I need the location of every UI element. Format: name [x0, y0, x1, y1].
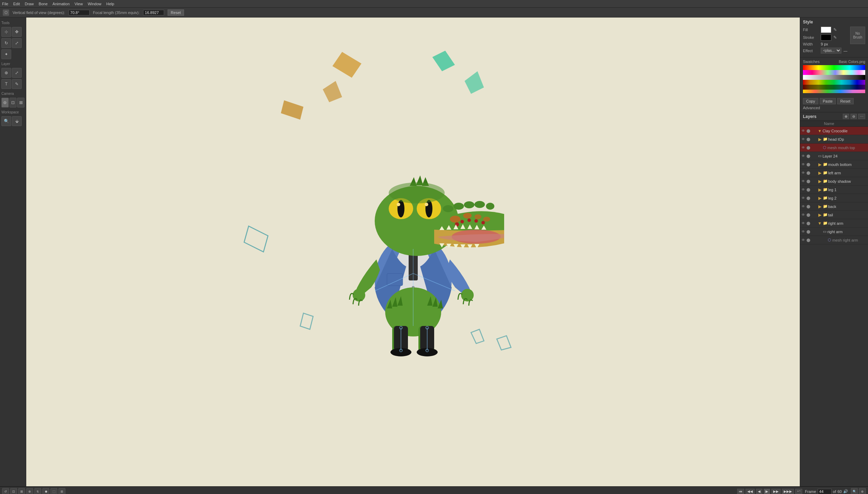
svg-marker-1: [281, 100, 303, 120]
menu-draw[interactable]: Draw: [25, 2, 34, 6]
tools-label: Tools: [1, 21, 24, 25]
swatches-section: Swatches Basic Colors.png Copy Paste Res…: [800, 57, 868, 112]
bone-translate-tool[interactable]: ✥: [12, 27, 22, 37]
prev-frame-btn[interactable]: ◀◀: [746, 489, 755, 494]
layers-add-btn[interactable]: ⊕: [843, 114, 849, 119]
tl-search-icon[interactable]: 🔍: [851, 488, 858, 494]
bone-scale-tool[interactable]: ⤢: [12, 38, 22, 48]
tl-right-tools: 🔍 ⊕: [851, 488, 866, 494]
stroke-edit-icon[interactable]: ✎: [833, 35, 837, 40]
layer-clay-croc[interactable]: 👁 ⬤ ▼ Clay Crocodile: [800, 127, 868, 135]
layers-col-header: Name: [800, 121, 868, 127]
layer-vis-icon: ⬤: [806, 238, 812, 242]
layer-scale-tool[interactable]: ✎: [12, 79, 22, 89]
fill-color-swatch[interactable]: [821, 27, 831, 33]
stroke-color-swatch[interactable]: [821, 34, 831, 41]
layer-icon: ▭: [822, 229, 827, 235]
menu-edit[interactable]: Edit: [13, 2, 20, 6]
layer-back[interactable]: 👁 ⬤ ▶ 📁 back: [800, 202, 868, 211]
next-frame-btn[interactable]: ▶▶▶: [782, 489, 794, 494]
loop-btn[interactable]: ⬿: [795, 489, 802, 494]
layer-left-arm[interactable]: 👁 ⬤ ▶ 📁 left arm: [800, 169, 868, 177]
play-btn[interactable]: ▶: [764, 489, 770, 494]
cam-zoom-tool[interactable]: ⊠: [17, 98, 24, 107]
tl-tool-4[interactable]: ⊕: [26, 488, 33, 494]
menu-animation[interactable]: Animation: [52, 2, 70, 6]
menu-file[interactable]: File: [2, 2, 8, 6]
tl-tool-1[interactable]: ↺: [2, 488, 9, 494]
stroke-row: Stroke ✎: [803, 34, 847, 41]
tl-tool-7[interactable]: ⬚: [50, 488, 57, 494]
svg-point-39: [464, 201, 474, 208]
copy-button[interactable]: Copy: [803, 98, 818, 104]
svg-point-70: [389, 182, 445, 203]
tl-tool-6[interactable]: ⏺: [42, 488, 49, 494]
next-btn[interactable]: ▶▶: [771, 489, 781, 494]
frame-input[interactable]: [818, 489, 832, 494]
reset-swatches-button[interactable]: Reset: [837, 98, 854, 104]
svg-marker-2: [323, 81, 342, 102]
mesh-icon: ⬡: [827, 237, 832, 243]
svg-point-48: [467, 218, 471, 222]
svg-point-49: [474, 219, 478, 223]
focal-input[interactable]: [143, 10, 164, 15]
folder-icon: 📁: [823, 162, 828, 167]
menu-help[interactable]: Help: [106, 2, 114, 6]
cam-pan-tool[interactable]: ⊡: [9, 98, 17, 107]
menu-bone[interactable]: Bone: [38, 2, 48, 6]
layer-leg2[interactable]: 👁 ⬤ ▶ 📁 leg 2: [800, 194, 868, 202]
layer-select-tool[interactable]: ⊕: [1, 68, 11, 78]
viewport[interactable]: [26, 18, 800, 486]
ws-zoom-tool[interactable]: 🔍: [1, 116, 11, 126]
effect-select[interactable]: <plas...: [821, 48, 841, 54]
rewind-btn[interactable]: ⏮: [737, 489, 744, 494]
color-palette-container[interactable]: [803, 65, 865, 97]
layer-eye-icon: 👁: [802, 221, 806, 225]
layer-tail[interactable]: 👁 ⬤ ▶ 📁 tail: [800, 211, 868, 219]
layer-rotate-tool[interactable]: T: [1, 79, 11, 89]
prev-btn[interactable]: ◀: [756, 489, 762, 494]
audio-icon: 🔊: [843, 489, 848, 494]
svg-point-38: [453, 203, 464, 210]
cam-orbit-tool[interactable]: ⊚: [1, 98, 9, 107]
bone-rotate-tool[interactable]: ↻: [1, 38, 11, 48]
layer-vis-icon: ⬤: [806, 171, 812, 175]
layer-leg1[interactable]: 👁 ⬤ ▶ 📁 leg 1: [800, 186, 868, 194]
tl-tool-3[interactable]: ⊠: [18, 488, 25, 494]
advanced-link[interactable]: Advanced: [803, 106, 865, 110]
layer-head-top[interactable]: 👁 ⬤ ▶ 📁 head tOp: [800, 135, 868, 144]
svg-marker-0: [332, 52, 361, 78]
layers-options-btn[interactable]: ⋯: [858, 114, 865, 119]
fill-edit-icon[interactable]: ✎: [833, 27, 837, 32]
layer-right-arm-sub[interactable]: 👁 ⬤ ▭ right arm: [800, 228, 868, 236]
bone-select-tool[interactable]: ⊹: [1, 27, 11, 37]
layer-label: Layer: [1, 62, 24, 66]
no-brush-button[interactable]: No Brush: [850, 27, 865, 44]
layer-mouth-bottom[interactable]: 👁 ⬤ ▶ 📁 mouth bottom: [800, 160, 868, 169]
layer-mesh-right-arm[interactable]: 👁 ⬤ ⬡ mesh right arm: [800, 236, 868, 244]
menu-window[interactable]: Window: [88, 2, 101, 6]
ws-fit-tool[interactable]: ⬙: [12, 116, 22, 126]
layer-layer24[interactable]: 👁 ⬤ ▭ Layer 24: [800, 152, 868, 160]
tl-tool-5[interactable]: ↯: [34, 488, 41, 494]
fill-label: Fill: [803, 28, 819, 32]
tl-zoom-icon[interactable]: ⊕: [859, 488, 866, 494]
paste-button[interactable]: Paste: [820, 98, 836, 104]
layers-name-header: Name: [824, 121, 834, 126]
layer-move-tool[interactable]: ⤢: [12, 68, 22, 78]
effect-label: Effect: [803, 49, 819, 53]
bone-add-tool[interactable]: ✦: [1, 49, 11, 59]
layers-delete-btn[interactable]: ⊖: [851, 114, 857, 119]
menu-view[interactable]: View: [75, 2, 83, 6]
reset-button[interactable]: Reset: [168, 9, 184, 16]
timeline: ↺ ⊡ ⊠ ⊕ ↯ ⏺ ⬚ ⊞ ⏮ ◀◀ ◀ ▶ ▶▶ ▶▶▶ ⬿ Frame …: [0, 486, 868, 494]
layer-vis-icon: ⬤: [806, 221, 812, 225]
fov-input[interactable]: [69, 10, 90, 15]
layer-body-shadow[interactable]: 👁 ⬤ ▶ 📁 body shadow: [800, 177, 868, 186]
layer-right-arm[interactable]: 👁 ⬤ ▼ 📁 right arm: [800, 219, 868, 228]
layer-name: mesh mouth top: [827, 146, 867, 150]
main-layout: Tools ⊹ ✥ ↻ ⤢ ✦ Layer ⊕ ⤢ T ✎ Camera ⊚ ⊡…: [0, 18, 868, 486]
tl-tool-8[interactable]: ⊞: [58, 488, 65, 494]
tl-tool-2[interactable]: ⊡: [10, 488, 17, 494]
layer-mesh-mouth-top[interactable]: 👁 ⬤ ⬡ mesh mouth top: [800, 144, 868, 152]
